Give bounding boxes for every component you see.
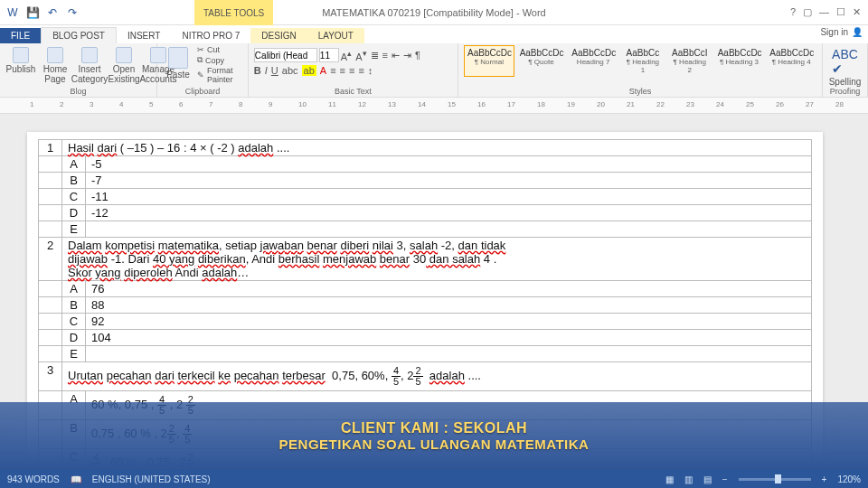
paste-button[interactable]: Paste	[163, 45, 193, 81]
bold-button[interactable]: B	[254, 65, 261, 76]
ribbon-opts-icon[interactable]: ▢	[803, 6, 812, 18]
view-print-icon[interactable]: ▥	[684, 474, 693, 484]
sign-in[interactable]: Sign in👤	[820, 27, 863, 37]
user-icon: 👤	[852, 27, 863, 37]
ribbon-tabs: TABLE TOOLS FILE BLOG POST INSERT Nitro …	[0, 25, 868, 43]
tab-file[interactable]: FILE	[0, 28, 41, 43]
copy-button[interactable]: ⧉Copy	[197, 55, 242, 65]
maximize-icon[interactable]: ☐	[836, 6, 845, 18]
ribbon: Publish Home Page Insert Category Open E…	[0, 43, 868, 98]
quick-access-toolbar: W 💾 ↶ ↷	[0, 4, 85, 22]
bullets-icon[interactable]: ≣	[371, 50, 379, 61]
underline-button[interactable]: U	[271, 65, 278, 76]
group-label-styles: Styles	[458, 87, 822, 96]
group-label-blog: Blog	[0, 87, 156, 96]
indent-inc-icon[interactable]: ⇥	[403, 50, 411, 61]
publish-button[interactable]: Publish	[5, 45, 36, 76]
window-controls: ? ▢ ― ☐ ✕	[783, 6, 868, 18]
group-label-basic: Basic Text	[249, 87, 458, 96]
cut-icon: ✂	[197, 45, 204, 54]
numbering-icon[interactable]: ≡	[382, 50, 388, 61]
style--heading-3[interactable]: AaBbCcDc¶ Heading 3	[714, 45, 765, 77]
tab-layout[interactable]: LAYOUT	[307, 28, 364, 43]
align-left-icon[interactable]: ≡	[330, 65, 335, 76]
group-basic-text: A▴ A▾ ≣ ≡ ⇤ ⇥ ¶ B I U abc ab A ≡ ≡ ≡	[249, 43, 458, 97]
tab-insert[interactable]: INSERT	[117, 28, 172, 43]
spelling-button[interactable]: ABC✔Spelling	[828, 45, 862, 89]
caption-overlay: CLIENT KAMI : SEKOLAH PENGETIKAN SOAL UL…	[0, 402, 868, 470]
zoom-in-icon[interactable]: +	[822, 474, 827, 484]
italic-button[interactable]: I	[265, 65, 268, 76]
view-read-icon[interactable]: ▦	[665, 474, 674, 484]
insert-category-button[interactable]: Insert Category	[74, 45, 105, 86]
cut-button[interactable]: ✂Cut	[197, 45, 242, 54]
horizontal-ruler[interactable]: 1234567891011121314151617181920212223242…	[0, 98, 868, 114]
copy-icon: ⧉	[197, 55, 203, 65]
document-title: MATEMATIKA 070219 [Compatibility Mode] -…	[85, 7, 783, 18]
tab-blog-post[interactable]: BLOG POST	[41, 27, 117, 43]
overlay-line-1: CLIENT KAMI : SEKOLAH	[341, 420, 527, 436]
contextual-tools-label: TABLE TOOLS	[194, 0, 273, 25]
zoom-slider[interactable]	[739, 478, 811, 481]
style--heading-4[interactable]: AaBbCcDc¶ Heading 4	[766, 45, 816, 77]
style--normal[interactable]: AaBbCcDc¶ Normal	[464, 45, 514, 77]
grow-font-icon[interactable]: A▴	[341, 48, 352, 62]
group-styles: AaBbCcDc¶ NormalAaBbCcDc¶ QuoteAaBbCcDcH…	[458, 43, 823, 97]
home-page-button[interactable]: Home Page	[40, 45, 71, 86]
word-count[interactable]: 943 WORDS	[7, 474, 60, 484]
brush-icon: ✎	[197, 70, 204, 80]
zoom-out-icon[interactable]: −	[722, 474, 728, 484]
format-painter-button[interactable]: ✎Format Painter	[197, 66, 242, 84]
language-status[interactable]: ENGLISH (UNITED STATES)	[92, 474, 211, 484]
strike-button[interactable]: abc	[282, 65, 298, 76]
pilcrow-icon[interactable]: ¶	[415, 50, 420, 61]
tab-design[interactable]: DESIGN	[250, 28, 307, 43]
word-icon: W	[4, 4, 22, 22]
font-color-button[interactable]: A	[320, 65, 326, 76]
style-heading-7[interactable]: AaBbCcDcHeading 7	[568, 45, 618, 77]
help-icon[interactable]: ?	[790, 6, 796, 18]
close-icon[interactable]: ✕	[853, 6, 861, 18]
group-label-clipboard: Clipboard	[157, 87, 248, 96]
title-bar: W 💾 ↶ ↷ MATEMATIKA 070219 [Compatibility…	[0, 0, 868, 25]
redo-icon[interactable]: ↷	[63, 4, 81, 22]
minimize-icon[interactable]: ―	[819, 6, 829, 18]
style--heading-1[interactable]: AaBbCc¶ Heading 1	[620, 45, 665, 77]
tab-nitro[interactable]: Nitro Pro 7	[171, 28, 250, 43]
highlight-button[interactable]: ab	[302, 65, 316, 76]
justify-icon[interactable]: ≡	[358, 65, 363, 76]
group-clipboard: Paste ✂Cut ⧉Copy ✎Format Painter Clipboa…	[157, 43, 249, 97]
status-bar: 943 WORDS 📖 ENGLISH (UNITED STATES) ▦ ▥ …	[0, 470, 868, 488]
align-center-icon[interactable]: ≡	[340, 65, 345, 76]
open-existing-button[interactable]: Open Existing	[108, 45, 139, 86]
style--quote[interactable]: AaBbCcDc¶ Quote	[516, 45, 567, 77]
proofing-icon[interactable]: 📖	[71, 474, 81, 484]
undo-icon[interactable]: ↶	[43, 4, 61, 22]
font-family-box[interactable]	[254, 48, 317, 62]
align-right-icon[interactable]: ≡	[349, 65, 354, 76]
line-spacing-icon[interactable]: ↕	[368, 65, 373, 76]
group-blog: Publish Home Page Insert Category Open E…	[0, 43, 157, 97]
indent-dec-icon[interactable]: ⇤	[392, 50, 400, 61]
zoom-level[interactable]: 120%	[837, 474, 861, 484]
save-icon[interactable]: 💾	[24, 4, 42, 22]
font-size-box[interactable]	[319, 48, 339, 62]
group-label-proof: Proofing	[823, 87, 867, 96]
group-proofing: ABC✔Spelling Proofing	[823, 43, 868, 97]
style--heading-2[interactable]: AaBbCcI¶ Heading 2	[667, 45, 712, 77]
view-web-icon[interactable]: ▤	[703, 474, 712, 484]
overlay-line-2: PENGETIKAN SOAL ULANGAN MATEMATIKA	[279, 436, 590, 452]
shrink-font-icon[interactable]: A▾	[355, 48, 366, 62]
